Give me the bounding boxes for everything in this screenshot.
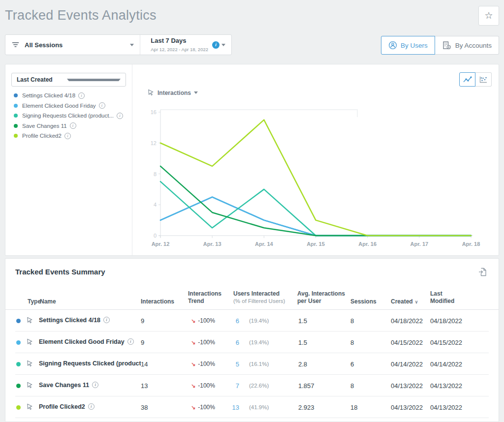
tracked-event-type-icon bbox=[26, 382, 33, 391]
users-pct: (19.4%) bbox=[249, 339, 269, 345]
by-users-label: By Users bbox=[401, 42, 428, 49]
info-icon[interactable] bbox=[92, 382, 98, 388]
chart-line[interactable] bbox=[160, 197, 471, 236]
users-pct: (41.9%) bbox=[249, 404, 269, 410]
event-name: Settings Clicked 4/18 bbox=[39, 317, 141, 324]
trend-down-icon: ↘ bbox=[191, 318, 195, 324]
avg-interactions-value: 1.5 bbox=[298, 339, 307, 346]
info-icon[interactable] bbox=[212, 41, 220, 49]
y-tick-label: 4 bbox=[154, 202, 157, 208]
export-csv-button[interactable] bbox=[477, 267, 489, 278]
table-row[interactable]: Save Changes 11 13 ↘-100% 7 (22.6%) 1.85… bbox=[5, 375, 499, 396]
sessions-value: 8 bbox=[350, 382, 354, 390]
legend-item[interactable]: Settings Clicked 4/18 bbox=[5, 90, 132, 101]
series-color-dot bbox=[14, 124, 18, 128]
legend-item[interactable]: Profile Clicked2 bbox=[5, 131, 132, 141]
metric-dropdown[interactable]: Interactions bbox=[147, 89, 198, 96]
tracked-event-type-icon bbox=[26, 317, 33, 326]
users-interacted-link[interactable]: 6 bbox=[224, 339, 239, 346]
modified-date: 04/14/2022 bbox=[430, 361, 462, 368]
avg-interactions-value: 1.5 bbox=[298, 317, 307, 325]
line-chart-toggle-button[interactable] bbox=[459, 72, 475, 87]
page-title: Tracked Events Analytics bbox=[5, 8, 157, 23]
by-users-button[interactable]: By Users bbox=[381, 36, 435, 55]
sessions-filter-dropdown[interactable]: All Sessions bbox=[5, 35, 140, 55]
users-pct: (22.6%) bbox=[249, 383, 269, 389]
info-icon[interactable] bbox=[78, 92, 85, 99]
interactions-value: 13 bbox=[141, 382, 148, 390]
chart-line[interactable] bbox=[160, 197, 471, 236]
event-color-dot bbox=[16, 319, 21, 323]
x-tick-label: Apr. 13 bbox=[203, 241, 221, 247]
scatter-chart-toggle-button[interactable] bbox=[475, 72, 492, 87]
chart-line[interactable] bbox=[160, 120, 471, 236]
line-chart-area: Interactions 0481216Apr. 12Apr. 13Apr. 1… bbox=[132, 64, 500, 255]
by-accounts-button[interactable]: By Accounts bbox=[435, 36, 499, 55]
sessions-filter-label: All Sessions bbox=[25, 41, 63, 49]
sort-dropdown[interactable]: Last Created bbox=[11, 73, 126, 87]
y-tick-label: 12 bbox=[151, 140, 157, 146]
chevron-down-icon bbox=[130, 44, 134, 46]
x-tick-label: Apr. 15 bbox=[307, 241, 325, 247]
column-header-trend[interactable]: InteractionsTrend bbox=[188, 290, 221, 305]
legend-item[interactable]: Element Clicked Good Friday bbox=[5, 101, 132, 111]
column-header-name[interactable]: Name bbox=[40, 298, 56, 305]
column-header-avg-interactions[interactable]: Avg. Interactionsper User bbox=[297, 290, 345, 305]
modified-date: 04/13/2022 bbox=[430, 382, 462, 390]
filter-bar: All Sessions Last 7 Days Apr 12, 2022 - … bbox=[5, 34, 232, 55]
column-header-interactions[interactable]: Interactions bbox=[141, 298, 174, 305]
column-header-type[interactable]: Type bbox=[28, 298, 41, 305]
info-icon[interactable] bbox=[127, 338, 134, 345]
info-icon[interactable] bbox=[103, 317, 110, 323]
info-icon[interactable] bbox=[88, 403, 94, 410]
chart-line[interactable] bbox=[160, 166, 471, 236]
table-row[interactable]: Settings Clicked 4/18 9 ↘-100% 6 (19.4%)… bbox=[5, 310, 499, 332]
favorite-button[interactable]: ☆ bbox=[478, 6, 499, 26]
chevron-down-icon bbox=[221, 44, 225, 46]
modified-date: 04/18/2022 bbox=[430, 317, 462, 325]
table-row[interactable]: Element Clicked Good Friday 9 ↘-100% 6 (… bbox=[5, 332, 499, 353]
info-icon[interactable] bbox=[64, 133, 71, 139]
event-color-dot bbox=[16, 384, 21, 388]
avg-interactions-value: 2.923 bbox=[298, 404, 315, 411]
event-name: Signing Requests Clicked (productlab) bbox=[39, 360, 141, 367]
line-chart-icon bbox=[463, 76, 472, 84]
chart-type-toggle bbox=[459, 72, 492, 87]
users-interacted-link[interactable]: 5 bbox=[224, 361, 239, 368]
users-interacted-link[interactable]: 6 bbox=[224, 317, 239, 325]
event-name: Profile Clicked2 bbox=[39, 403, 141, 410]
column-header-created[interactable]: Created∨ bbox=[391, 298, 418, 305]
row-divider bbox=[15, 418, 489, 418]
sessions-value: 8 bbox=[350, 317, 354, 325]
column-header-last-modified[interactable]: LastModified bbox=[430, 290, 454, 305]
avg-interactions-value: 2.8 bbox=[298, 361, 307, 368]
column-header-users-interacted[interactable]: Users Interacted(% of Filtered Users) bbox=[233, 290, 285, 305]
created-date: 04/13/2022 bbox=[391, 404, 423, 411]
users-interacted-link[interactable]: 13 bbox=[224, 404, 239, 411]
export-file-icon bbox=[477, 267, 488, 277]
modified-date: 04/13/2022 bbox=[430, 404, 462, 411]
series-color-dot bbox=[14, 114, 18, 118]
date-range-dropdown[interactable]: Last 7 Days Apr 12, 2022 - Apr 18, 2022 bbox=[140, 35, 231, 55]
info-icon[interactable] bbox=[99, 102, 105, 109]
info-icon[interactable] bbox=[117, 113, 123, 119]
users-interacted-link[interactable]: 7 bbox=[224, 382, 239, 390]
tracked-event-type-icon bbox=[26, 360, 33, 369]
info-icon[interactable] bbox=[70, 122, 76, 129]
y-tick-label: 16 bbox=[151, 109, 157, 115]
legend-item[interactable]: Save Changes 11 bbox=[5, 121, 132, 131]
event-color-dot bbox=[16, 405, 21, 410]
date-range-label: Last 7 Days bbox=[151, 37, 208, 44]
legend-item[interactable]: Signing Requests Clicked (product... bbox=[5, 111, 132, 121]
y-tick-label: 0 bbox=[154, 233, 157, 239]
event-color-dot bbox=[16, 340, 21, 345]
users-pct: (16.1%) bbox=[249, 361, 269, 367]
user-icon bbox=[388, 41, 397, 50]
table-row[interactable]: Profile Clicked2 38 ↘-100% 13 (41.9%) 2.… bbox=[5, 396, 499, 418]
by-accounts-label: By Accounts bbox=[455, 42, 492, 49]
column-header-sessions[interactable]: Sessions bbox=[350, 298, 377, 305]
users-pct: (19.4%) bbox=[249, 318, 269, 324]
interactions-value: 14 bbox=[141, 361, 148, 368]
series-color-dot bbox=[14, 134, 18, 138]
table-row[interactable]: Signing Requests Clicked (productlab) 14… bbox=[5, 353, 499, 375]
